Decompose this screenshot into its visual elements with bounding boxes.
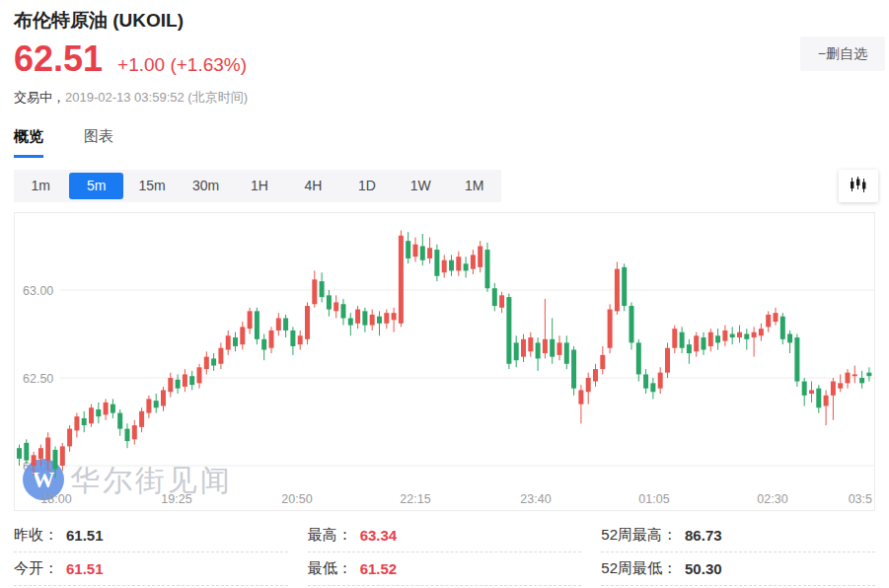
period-button-5m[interactable]: 5m — [69, 173, 122, 199]
period-button-30m[interactable]: 30m — [179, 173, 232, 199]
svg-text:W: W — [33, 468, 55, 492]
page-title: 布伦特原油 (UKOIL) — [14, 8, 184, 34]
stat-value-open: 61.51 — [66, 560, 104, 577]
price-block: 62.51 +1.00 (+1.63%) — [14, 41, 247, 77]
chart-style-button[interactable] — [839, 170, 878, 202]
stat-label-week52-low: 52周最低： — [601, 559, 677, 578]
stat-value-low: 61.52 — [360, 560, 398, 577]
current-price: 62.51 — [14, 41, 103, 77]
period-button-1H[interactable]: 1H — [233, 173, 286, 199]
candlestick-chart-canvas[interactable]: 63.0062.5062.00W华尔街见闻18:0019:2520:5022:1… — [15, 213, 874, 510]
stat-value-high: 63.34 — [360, 527, 398, 544]
svg-text:62.50: 62.50 — [23, 372, 53, 386]
quote-timestamp: 2019-02-13 03:59:52 (北京时间) — [65, 90, 248, 105]
tab-chart[interactable]: 图表 — [84, 127, 113, 158]
tab-overview[interactable]: 概览 — [14, 127, 43, 158]
price-change: +1.00 (+1.63%) — [117, 54, 247, 76]
stat-prev-close: 昨收：61.51 — [14, 519, 288, 552]
svg-text:18:00: 18:00 — [40, 492, 71, 506]
svg-text:22:15: 22:15 — [400, 492, 430, 506]
period-button-1W[interactable]: 1W — [394, 173, 447, 199]
stat-high: 最高：63.34 — [308, 519, 582, 552]
quote-stats: 昨收：61.51今开：61.51最高：63.34最低：61.5252周最高：86… — [14, 519, 875, 586]
stat-column: 52周最高：86.7352周最低：50.30 — [601, 519, 875, 586]
candlestick-chart-icon — [849, 177, 868, 195]
period-button-1D[interactable]: 1D — [340, 173, 394, 199]
period-button-1m[interactable]: 1m — [14, 173, 67, 199]
stat-week52-low: 52周最低：50.30 — [601, 552, 875, 586]
svg-text:23:40: 23:40 — [520, 492, 551, 506]
stat-label-open: 今开： — [14, 559, 58, 578]
stat-value-week52-high: 86.73 — [685, 527, 722, 544]
stat-value-prev-close: 61.51 — [66, 527, 104, 544]
stat-label-high: 最高： — [308, 526, 352, 545]
svg-text:20:50: 20:50 — [281, 492, 312, 506]
stat-label-low: 最低： — [308, 559, 352, 578]
svg-text:华尔街见闻: 华尔街见闻 — [70, 464, 233, 496]
candlestick-chart[interactable]: 63.0062.5062.00W华尔街见闻18:0019:2520:5022:1… — [14, 212, 875, 511]
svg-text:19:25: 19:25 — [161, 492, 191, 506]
svg-text:02:30: 02:30 — [757, 492, 787, 506]
market-status-row: 交易中，2019-02-13 03:59:52 (北京时间) — [14, 89, 248, 107]
period-button-1M[interactable]: 1M — [448, 173, 501, 199]
stat-column: 昨收：61.51今开：61.51 — [14, 519, 288, 586]
stat-week52-high: 52周最高：86.73 — [601, 519, 875, 552]
svg-text:03:5: 03:5 — [849, 492, 872, 506]
stat-column: 最高：63.34最低：61.52 — [308, 519, 582, 586]
svg-text:63.00: 63.00 — [23, 284, 53, 298]
stat-label-prev-close: 昨收： — [14, 526, 58, 545]
remove-watchlist-button[interactable]: −删自选 — [800, 37, 885, 71]
period-button-15m[interactable]: 15m — [125, 173, 179, 199]
period-button-4H[interactable]: 4H — [286, 173, 339, 199]
view-tabs: 概览图表 — [14, 127, 113, 158]
stat-value-week52-low: 50.30 — [685, 560, 722, 577]
stat-low: 最低：61.52 — [308, 552, 582, 586]
stat-label-week52-high: 52周最高： — [601, 526, 677, 545]
svg-text:01:05: 01:05 — [638, 492, 669, 506]
trading-status: 交易中， — [14, 90, 65, 105]
stat-open: 今开：61.51 — [14, 552, 288, 586]
period-selector: 1m5m15m30m1H4H1D1W1M — [14, 170, 501, 202]
